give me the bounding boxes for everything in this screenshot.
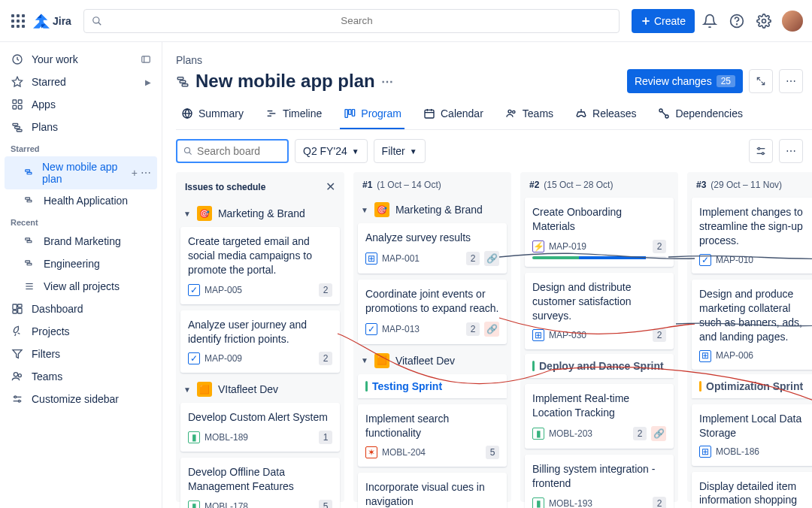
- global-search-input[interactable]: [102, 15, 611, 26]
- chevron-down-icon[interactable]: ▼: [183, 210, 191, 218]
- svg-rect-39: [18, 304, 22, 307]
- chevron-down-icon[interactable]: ▼: [361, 356, 368, 364]
- notifications-icon[interactable]: [701, 12, 719, 30]
- tab-teams[interactable]: Teams: [501, 101, 556, 129]
- subtask-icon: ⊞: [365, 252, 377, 265]
- svg-point-46: [14, 396, 17, 398]
- help-icon[interactable]: [728, 12, 746, 30]
- project-icon: 🟧: [197, 382, 212, 397]
- card-mobl-204[interactable]: Implement search functionality ✶MOBL-204…: [358, 404, 507, 467]
- fullscreen-icon[interactable]: [749, 69, 773, 93]
- settings-icon[interactable]: [755, 12, 773, 30]
- swimlane-marketing[interactable]: ▼🎯Marketing & Brand: [176, 201, 344, 227]
- card-map-001[interactable]: Analyze survey results ⊞MAP-0012🔗: [358, 223, 507, 274]
- app-switcher-icon[interactable]: [9, 12, 27, 30]
- link-issue-icon[interactable]: 🔗: [484, 322, 499, 337]
- swimlane-vitafleet-s1[interactable]: ▼🟧Vitafleet Dev: [353, 349, 511, 374]
- jira-logo-text: Jira: [53, 15, 71, 27]
- card-mobl-203[interactable]: Implement Real-time Location Tracking ▮M…: [525, 384, 674, 449]
- svg-rect-20: [13, 100, 17, 104]
- card-mobl-178[interactable]: Develop Offline Data Management Features…: [180, 458, 340, 508]
- jira-logo[interactable]: Jira: [33, 13, 71, 29]
- swimlane-vitafleet[interactable]: ▼🟧VItafleet Dev: [176, 377, 344, 403]
- plan-icon: [176, 74, 189, 88]
- star-icon: [11, 75, 24, 89]
- user-avatar[interactable]: [782, 11, 803, 32]
- plan-icon: [23, 166, 36, 180]
- sprint-optimization[interactable]: Optimization Sprint: [692, 374, 812, 398]
- swimlane-marketing-s1[interactable]: ▼🎯Marketing & Brand: [353, 198, 511, 223]
- more-icon[interactable]: ⋯: [141, 167, 151, 179]
- svg-point-73: [762, 153, 764, 155]
- sprint-testing[interactable]: Testing Sprint: [358, 374, 507, 398]
- breadcrumb[interactable]: Plans: [176, 51, 812, 68]
- sidebar-plan-new-mobile[interactable]: New mobile app plan + ⋯: [5, 156, 157, 189]
- card-map-013[interactable]: Coordinate joint events or promotions to…: [358, 280, 507, 344]
- sidebar-customize[interactable]: Customize sidebar: [5, 388, 157, 410]
- add-icon[interactable]: +: [132, 167, 138, 179]
- card-mobl-186[interactable]: Implement Local Data Storage ⊞MOBL-186: [692, 404, 812, 466]
- plan-icon: [23, 257, 36, 271]
- link-issue-icon[interactable]: 🔗: [651, 426, 666, 441]
- chevron-down-icon[interactable]: ▼: [361, 206, 368, 214]
- story-icon: ✓: [188, 352, 200, 364]
- sidebar-filters[interactable]: Filters: [5, 343, 157, 365]
- svg-rect-22: [13, 105, 17, 109]
- card-map-030[interactable]: Design and distribute customer satisfact…: [525, 273, 674, 350]
- tab-dependencies[interactable]: Dependencies: [654, 101, 746, 129]
- review-changes-button[interactable]: Review changes 25: [627, 69, 743, 93]
- tab-program[interactable]: Program: [340, 101, 404, 129]
- link-icon[interactable]: 🔗: [484, 251, 499, 266]
- card-map-009[interactable]: Analyze user journey and identify fricti…: [180, 310, 340, 373]
- sidebar-starred[interactable]: Starred ▶: [5, 71, 157, 93]
- plan-icon: [23, 234, 36, 248]
- sidebar-projects[interactable]: Projects: [5, 320, 157, 343]
- more-actions-icon[interactable]: ⋯: [779, 69, 803, 93]
- svg-rect-5: [22, 20, 25, 23]
- card-map-019[interactable]: Create Onboarding Materials ⚡MAP-0192: [525, 198, 674, 267]
- sidebar-apps[interactable]: Apps: [5, 93, 157, 116]
- global-search[interactable]: [83, 9, 620, 33]
- svg-rect-30: [27, 200, 32, 201]
- filter-icon: [11, 347, 24, 361]
- sidebar-teams[interactable]: Teams: [5, 365, 157, 388]
- svg-rect-33: [26, 261, 30, 262]
- tab-calendar[interactable]: Calendar: [420, 101, 486, 129]
- card-map-006[interactable]: Design and produce marketing collateral …: [692, 280, 812, 370]
- view-settings-icon[interactable]: [749, 139, 773, 163]
- plans-icon: [11, 120, 24, 134]
- sidebar-plan-brand-marketing[interactable]: Brand Marketing: [5, 230, 157, 252]
- tab-summary[interactable]: Summary: [177, 101, 247, 129]
- close-icon[interactable]: ✕: [326, 180, 335, 194]
- card-mobl-189[interactable]: Develop Custom Alert System ▮MOBL-1891: [180, 403, 340, 452]
- card-map-010[interactable]: Implement changes to streamline the sign…: [692, 198, 812, 274]
- sidebar-plan-engineering[interactable]: Engineering: [5, 252, 157, 275]
- search-board[interactable]: [176, 139, 289, 163]
- search-board-input[interactable]: [197, 145, 281, 157]
- filter-dropdown[interactable]: Filter▼: [374, 139, 426, 163]
- sidebar-dashboard[interactable]: Dashboard: [5, 298, 157, 320]
- more-icon[interactable]: ⋯: [381, 74, 393, 89]
- svg-point-71: [758, 147, 760, 150]
- dashboard-icon: [11, 302, 24, 316]
- quarter-dropdown[interactable]: Q2 FY'24▼: [295, 139, 368, 163]
- svg-rect-41: [13, 310, 17, 313]
- tab-releases[interactable]: Releases: [571, 101, 639, 129]
- card-mobl-190[interactable]: Display detailed item information shoppi…: [692, 472, 812, 508]
- svg-point-64: [508, 110, 511, 113]
- sidebar-view-all-projects[interactable]: View all projects: [5, 275, 157, 298]
- more-board-icon[interactable]: ⋯: [779, 139, 803, 163]
- sidebar-your-work[interactable]: Your work: [5, 48, 157, 71]
- sidebar-plan-health[interactable]: Health Application: [5, 189, 157, 212]
- chevron-down-icon[interactable]: ▼: [183, 386, 191, 394]
- tab-timeline[interactable]: Timeline: [262, 101, 325, 129]
- card-mobl-172[interactable]: Incorporate visual cues in navigation ✶M…: [358, 473, 507, 508]
- card-map-005[interactable]: Create targeted email and social media c…: [180, 227, 340, 304]
- card-mobl-193[interactable]: Billing system integration - frontend ▮M…: [525, 455, 674, 508]
- sprint-deploy[interactable]: Deploy and Dance Sprint: [525, 354, 674, 378]
- create-button[interactable]: Create: [632, 9, 695, 33]
- page-title: New mobile app plan ⋯: [195, 71, 393, 92]
- sidebar-plans[interactable]: Plans: [5, 116, 157, 138]
- svg-rect-28: [27, 172, 32, 174]
- collapse-icon[interactable]: [141, 54, 151, 65]
